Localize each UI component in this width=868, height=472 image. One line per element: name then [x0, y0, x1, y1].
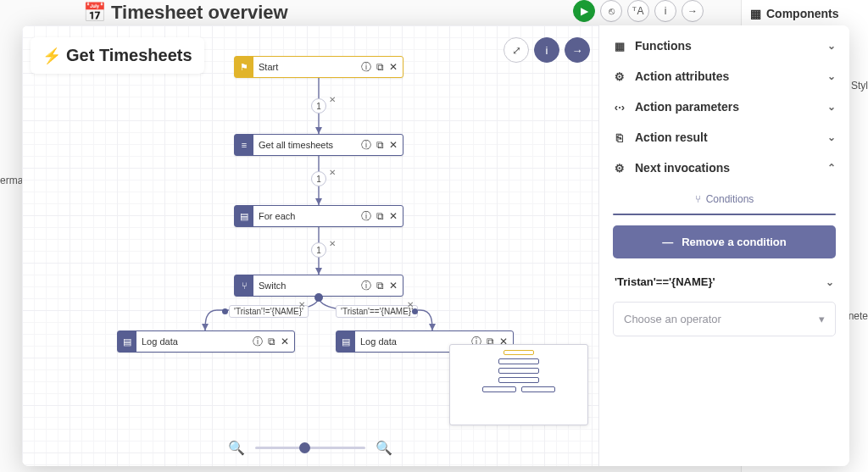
expand-button[interactable]: ⤢	[504, 37, 529, 63]
grid-icon: ▦	[613, 40, 626, 53]
copy-icon[interactable]: ⧉	[376, 139, 384, 151]
edge-close-3[interactable]: ✕	[329, 239, 336, 248]
edge-label-true-close[interactable]: ✕	[407, 300, 414, 309]
bg-info-button[interactable]: i	[654, 0, 676, 22]
bg-label-nete: nete	[849, 310, 868, 322]
edge-close-1[interactable]: ✕	[329, 95, 336, 104]
canvas-info-button[interactable]: i	[534, 37, 559, 63]
bolt-icon: ⚡	[42, 47, 61, 65]
conditions-tab[interactable]: ⑂ Conditions	[613, 188, 836, 214]
section-functions[interactable]: ▦Functions ⌄	[599, 31, 849, 61]
zoom-slider[interactable]	[255, 447, 365, 449]
copy-icon[interactable]: ⧉	[376, 210, 384, 222]
zoom-out-button[interactable]: 🔍	[228, 440, 245, 456]
condition-expression: 'Tristan'=='{NAME}'	[615, 275, 715, 288]
node-get-all-actions: ⓘ ⧉ ✕	[356, 135, 403, 155]
node-switch-label: Switch	[253, 275, 356, 296]
node-start-label: Start	[253, 57, 356, 77]
flow-title-chip: ⚡ Get Timesheets	[31, 37, 204, 74]
operator-select[interactable]: Choose an operator ▾	[613, 302, 836, 336]
code-icon: ‹·›	[613, 101, 626, 114]
close-icon[interactable]: ✕	[389, 280, 398, 292]
info-icon[interactable]: ⓘ	[361, 138, 371, 153]
remove-condition-button[interactable]: — Remove a condition	[613, 225, 836, 258]
zoom-in-button[interactable]: 🔍	[376, 440, 392, 456]
chevron-down-icon: ⌄	[827, 70, 836, 82]
minus-icon: —	[662, 236, 673, 248]
branch-icon: ⑂	[695, 193, 701, 205]
components-header[interactable]: ▦ Components	[750, 7, 860, 20]
flow-canvas[interactable]: ⚡ Get Timesheets ⤢ i →	[22, 25, 598, 466]
bg-tool-2[interactable]: ᵀA	[627, 0, 649, 22]
node-start[interactable]: ⚑ Start ⓘ ⧉ ✕	[234, 56, 403, 78]
node-log-1[interactable]: ▤ Log data ⓘ ⧉ ✕	[117, 330, 295, 353]
properties-panel: ▦Functions ⌄ ⚙Action attributes ⌄ ‹·›Act…	[598, 25, 849, 466]
section-attributes[interactable]: ⚙Action attributes ⌄	[599, 61, 849, 92]
node-get-all[interactable]: ≡ Get all timesheets ⓘ ⧉ ✕	[234, 134, 403, 156]
info-icon[interactable]: ⓘ	[361, 60, 371, 75]
flag-icon: ⚑	[235, 57, 253, 77]
copy-icon[interactable]: ⧉	[268, 336, 275, 347]
section-next-invocations[interactable]: ⚙Next invocations ⌃	[599, 153, 849, 183]
operator-placeholder: Choose an operator	[624, 313, 721, 325]
zoom-bar: 🔍 🔍	[228, 440, 392, 456]
bg-next-button[interactable]: →	[682, 0, 704, 22]
canvas-forward-button[interactable]: →	[565, 37, 590, 63]
page-title: 📅 Timesheet overview	[83, 2, 288, 24]
edge-badge-3[interactable]: 1	[311, 242, 326, 258]
edge-label-false[interactable]: 'Tristan'!='{NAME}'	[229, 305, 309, 318]
edge-close-2[interactable]: ✕	[329, 168, 336, 177]
info-icon[interactable]: ⓘ	[253, 335, 263, 349]
info-icon[interactable]: ⓘ	[361, 279, 371, 293]
svg-marker-4	[315, 198, 322, 205]
close-icon[interactable]: ✕	[389, 61, 398, 73]
edge-label-true[interactable]: 'Tristan'=='{NAME}'	[336, 305, 418, 318]
doc-icon: ▤	[118, 331, 136, 352]
copy-icon[interactable]: ⧉	[376, 280, 384, 292]
junction-right	[412, 308, 418, 314]
copy-icon[interactable]: ⧉	[376, 61, 384, 73]
output-icon: ⎘	[613, 131, 626, 144]
chevron-down-icon: ⌄	[827, 131, 836, 143]
section-parameters[interactable]: ‹·›Action parameters ⌄	[599, 92, 849, 122]
info-icon[interactable]: ⓘ	[361, 209, 371, 224]
bg-label-styl: Styl	[851, 80, 868, 92]
sliders-icon: ⚙	[613, 162, 626, 175]
node-foreach-label: For each	[253, 206, 356, 226]
canvas-toolbar: ⤢ i →	[504, 37, 590, 63]
doc-icon: ▤	[337, 331, 355, 352]
node-switch-actions: ⓘ ⧉ ✕	[356, 275, 403, 296]
calendar-icon: 📅	[83, 2, 106, 24]
sliders-icon: ⚙	[613, 70, 626, 83]
close-icon[interactable]: ✕	[389, 210, 398, 222]
svg-marker-5	[315, 268, 322, 275]
list-icon: ≡	[235, 135, 253, 155]
triangle-down-icon: ▾	[819, 313, 825, 325]
node-foreach[interactable]: ▤ For each ⓘ ⧉ ✕	[234, 205, 403, 227]
svg-marker-7	[429, 324, 436, 330]
close-icon[interactable]: ✕	[389, 139, 398, 151]
minimap[interactable]	[449, 344, 588, 425]
condition-row[interactable]: 'Tristan'=='{NAME}' ⌄	[613, 274, 836, 290]
page-title-text: Timesheet overview	[111, 2, 288, 24]
flow-title-text: Get Timesheets	[66, 46, 192, 65]
grid-icon: ▦	[750, 7, 761, 20]
node-foreach-actions: ⓘ ⧉ ✕	[356, 206, 403, 226]
close-icon[interactable]: ✕	[281, 336, 289, 347]
junction-left	[222, 308, 228, 314]
bg-tool-1[interactable]: ⎋	[600, 0, 622, 22]
chevron-down-icon: ⌄	[826, 276, 834, 288]
bg-label-erma: erma	[0, 175, 23, 186]
chevron-down-icon: ⌄	[827, 101, 836, 113]
chevron-up-icon: ⌃	[827, 162, 836, 174]
svg-marker-3	[315, 127, 322, 134]
play-button[interactable]: ▶	[573, 0, 595, 22]
edge-badge-1[interactable]: 1	[311, 98, 326, 114]
flow-modal: ⚡ Get Timesheets ⤢ i →	[22, 25, 849, 466]
edge-badge-2[interactable]: 1	[311, 171, 326, 186]
node-start-actions: ⓘ ⧉ ✕	[356, 57, 403, 77]
zoom-thumb[interactable]	[299, 442, 310, 453]
edge-label-false-close[interactable]: ✕	[298, 300, 305, 309]
tab-underline	[613, 214, 836, 215]
section-result[interactable]: ⎘Action result ⌄	[599, 122, 849, 153]
